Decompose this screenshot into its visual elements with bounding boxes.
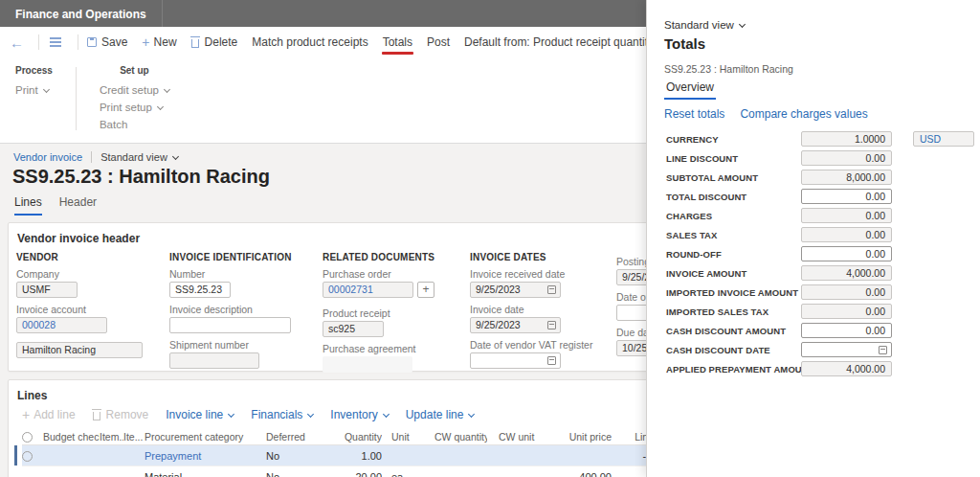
invoice-date-field: 9/25/2023 xyxy=(470,317,561,333)
total-discount-field[interactable]: 0.00 xyxy=(801,189,892,204)
vendor-group-title: VENDOR xyxy=(16,252,143,262)
procurement-category-cell: Material xyxy=(145,471,266,477)
purchase-agreement-label: Purchase agreement xyxy=(323,343,434,354)
col-deferred[interactable]: Deferred xyxy=(266,431,323,443)
tab-overview[interactable]: Overview xyxy=(664,80,716,100)
row-radio[interactable] xyxy=(22,451,33,462)
setup-group-title: Set up xyxy=(100,65,169,76)
related-documents-group-title: RELATED DOCUMENTS xyxy=(323,252,434,262)
grid-header-row: Budget check r... Item... Ite... Procure… xyxy=(22,428,749,445)
print-menu[interactable]: Print xyxy=(15,84,53,96)
cash-discount-date-field[interactable] xyxy=(801,342,892,357)
print-setup-menu[interactable]: Print setup xyxy=(100,102,169,113)
round-off-field[interactable]: 0.00 xyxy=(801,246,892,261)
page-tabs: Lines Header xyxy=(14,195,114,216)
table-row-prepayment[interactable]: Prepayment No 1.00 -4,000.00 xyxy=(22,445,749,466)
vat-register-date-field[interactable] xyxy=(470,352,561,369)
breadcrumb-vendor-invoice-link[interactable]: Vendor invoice xyxy=(13,151,82,163)
delete-button[interactable]: Delete xyxy=(191,35,238,49)
col-quantity[interactable]: Quantity xyxy=(323,431,382,443)
calendar-icon xyxy=(547,356,556,365)
invoice-date-label: Invoice date xyxy=(470,304,592,315)
purchase-order-field[interactable]: 00002731 xyxy=(323,282,413,298)
menu-icon xyxy=(50,41,61,43)
col-unit-price[interactable]: Unit price xyxy=(545,431,612,443)
totals-panel: Standard view Totals SS9.25.23 : Hamilto… xyxy=(646,0,980,477)
select-all-radio[interactable] xyxy=(22,432,33,443)
field-total-discount: TOTAL DISCOUNT 0.00 xyxy=(647,189,980,208)
select-all-cell[interactable] xyxy=(22,430,43,443)
calendar-icon xyxy=(547,285,556,294)
compare-charges-values-link[interactable]: Compare charges values xyxy=(740,107,867,121)
calendar-icon xyxy=(547,321,556,329)
remove-line-button[interactable]: Remove xyxy=(93,408,149,421)
col-budget-check[interactable]: Budget check r... xyxy=(43,431,100,443)
invoice-amount-field: 4,000.00 xyxy=(801,265,892,281)
toolbar-divider xyxy=(78,34,78,50)
number-field[interactable]: SS9.25.23 xyxy=(169,282,231,298)
table-row-material[interactable]: Material No 20.00 ea 400.00 8,000.00 xyxy=(22,466,749,477)
totals-button[interactable]: Totals xyxy=(383,35,412,49)
panel-view-selector[interactable]: Standard view xyxy=(664,19,745,31)
field-round-off: ROUND-OFF 0.00 xyxy=(647,246,980,265)
company-field: USMF xyxy=(16,282,78,298)
product-receipt-field: sc925 xyxy=(323,321,384,337)
add-line-button[interactable]: Add line xyxy=(22,407,76,422)
menu-button[interactable] xyxy=(48,41,63,43)
trash-icon xyxy=(93,412,100,420)
cash-discount-amount-field[interactable]: 0.00 xyxy=(801,323,892,338)
tab-lines[interactable]: Lines xyxy=(14,195,42,216)
col-item2[interactable]: Ite... xyxy=(123,431,145,443)
batch-menu[interactable]: Batch xyxy=(100,119,169,130)
default-from-dropdown[interactable]: Default from: Product receipt quantity xyxy=(464,35,664,49)
calendar-icon xyxy=(879,346,887,354)
field-subtotal-amount: SUBTOTAL AMOUNT 8,000.00 xyxy=(647,170,980,189)
col-cw-unit[interactable]: CW unit xyxy=(487,431,545,443)
currency-code-field[interactable]: USD xyxy=(913,131,974,147)
col-unit[interactable]: Unit xyxy=(382,431,434,443)
totals-fields: CURRENCY 1.0000 USD LINE DISCOUNT 0.00 S… xyxy=(647,131,980,380)
field-applied-prepayment-amount: APPLIED PREPAYMENT AMOUNT 4,000.00 xyxy=(647,361,980,380)
credit-setup-menu[interactable]: Credit setup xyxy=(100,84,169,96)
chevron-down-icon xyxy=(739,21,746,28)
page-title: SS9.25.23 : Hamilton Racing xyxy=(12,166,270,188)
tab-header[interactable]: Header xyxy=(59,195,97,216)
reset-totals-link[interactable]: Reset totals xyxy=(664,107,724,121)
app-launcher[interactable]: Finance and Operations xyxy=(0,0,163,27)
post-button[interactable]: Post xyxy=(427,35,450,49)
new-button[interactable]: New xyxy=(142,34,176,50)
field-imported-invoice-amount: IMPORTED INVOICE AMOUNT 0.00 xyxy=(647,284,980,304)
shipment-number-label: Shipment number xyxy=(169,339,292,351)
view-selector[interactable]: Standard view xyxy=(100,151,178,163)
lines-card-title: Lines xyxy=(17,389,47,402)
field-imported-sales-tax: IMPORTED SALES TAX 0.00 xyxy=(647,304,980,323)
related-documents-column: RELATED DOCUMENTS Purchase order 0000273… xyxy=(323,252,434,376)
invoice-line-menu[interactable]: Invoice line xyxy=(166,408,234,421)
sales-tax-field: 0.00 xyxy=(801,227,892,242)
match-product-receipts-button[interactable]: Match product receipts xyxy=(252,35,368,49)
invoice-dates-column: INVOICE DATES Invoice received date 9/25… xyxy=(470,252,592,373)
inventory-menu[interactable]: Inventory xyxy=(330,408,388,421)
imported-sales-tax-field: 0.00 xyxy=(801,304,892,319)
save-icon xyxy=(87,37,97,47)
chevron-down-icon xyxy=(157,103,164,110)
chevron-down-icon xyxy=(228,410,234,417)
row-select-cell[interactable] xyxy=(22,449,43,462)
field-charges: CHARGES 0.00 xyxy=(647,208,980,227)
financials-menu[interactable]: Financials xyxy=(251,408,313,421)
lines-grid: Budget check r... Item... Ite... Procure… xyxy=(22,428,749,477)
invoice-account-field[interactable]: 000028 xyxy=(16,317,107,333)
unit-cell: ea xyxy=(382,471,434,477)
save-button[interactable]: Save xyxy=(87,35,127,49)
invoice-description-field[interactable] xyxy=(169,317,291,333)
invoice-account-label: Invoice account xyxy=(16,304,143,315)
col-procurement-category[interactable]: Procurement category xyxy=(145,431,266,443)
group-divider xyxy=(76,67,77,130)
col-cw-quantity[interactable]: CW quantity xyxy=(434,431,487,443)
procurement-category-link[interactable]: Prepayment xyxy=(145,450,266,462)
company-label: Company xyxy=(16,268,143,280)
col-item1[interactable]: Item... xyxy=(100,431,123,443)
back-button[interactable] xyxy=(10,34,24,51)
update-line-menu[interactable]: Update line xyxy=(406,408,475,421)
add-purchase-order-button[interactable]: + xyxy=(417,282,434,298)
